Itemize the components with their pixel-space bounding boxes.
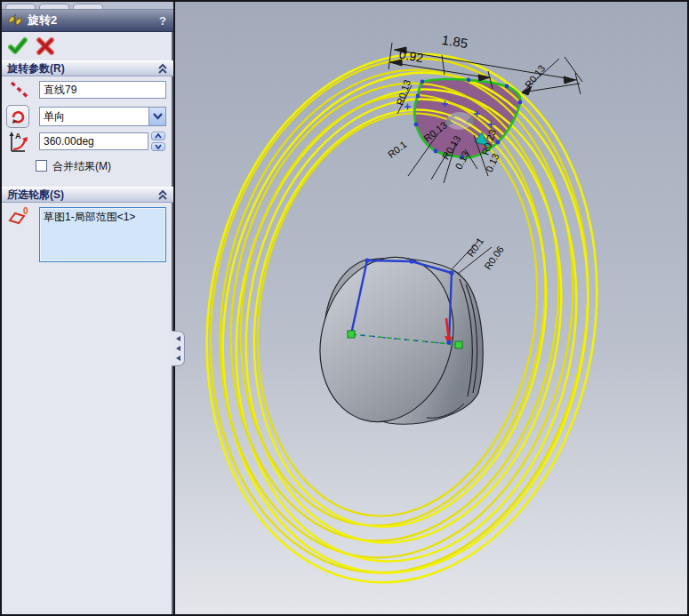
selected-contour-icon: 0 bbox=[6, 206, 33, 228]
collapse-left-icon bbox=[175, 355, 181, 362]
collapse-left-icon bbox=[175, 335, 181, 342]
solidworks-window: 旋转2 ? 旋转参数(R) bbox=[0, 0, 689, 616]
contour-selection-list[interactable]: 草图1-局部范围<1> bbox=[39, 207, 166, 262]
panel-collapse-handle[interactable] bbox=[172, 331, 185, 366]
section-header-selected-contours[interactable]: 所选轮廓(S) bbox=[2, 187, 173, 203]
direction-dropdown[interactable]: 单向 bbox=[39, 107, 166, 126]
collapse-chevron-icon[interactable] bbox=[157, 188, 168, 201]
axis-selection-field[interactable] bbox=[39, 81, 166, 99]
angle-spin-down-button[interactable] bbox=[151, 142, 165, 151]
panel-title: 旋转2 bbox=[28, 12, 159, 28]
revolve-angle-icon: A bbox=[7, 131, 32, 154]
dropdown-arrow-button[interactable] bbox=[148, 108, 165, 125]
graphics-viewport[interactable]: 1.850.92R0.13R0.13R0.1R0.13R0.130.13R0.2… bbox=[175, 2, 687, 614]
revolve-axis-icon bbox=[9, 80, 32, 101]
panel-tab-strip bbox=[2, 2, 173, 9]
svg-text:0: 0 bbox=[23, 206, 28, 216]
direction-value: 单向 bbox=[40, 109, 148, 124]
merge-result-label: 合并结果(M) bbox=[52, 159, 111, 174]
section-header-revolve-params[interactable]: 旋转参数(R) bbox=[2, 60, 173, 76]
svg-text:A: A bbox=[15, 132, 21, 140]
collapse-left-icon bbox=[175, 345, 181, 352]
revolve-feature-icon bbox=[7, 13, 23, 28]
cancel-button[interactable] bbox=[36, 37, 54, 55]
angle-value-field[interactable] bbox=[39, 132, 148, 150]
spin-up-icon bbox=[155, 133, 162, 139]
section-label: 所选轮廓(S) bbox=[7, 188, 64, 203]
contour-list-item[interactable]: 草图1-局部范围<1> bbox=[44, 210, 162, 225]
section-label: 旋转参数(R) bbox=[7, 61, 65, 76]
circular-arrow-icon bbox=[10, 108, 26, 124]
merge-result-checkbox[interactable] bbox=[36, 160, 47, 172]
3d-scene bbox=[175, 2, 687, 614]
revolve-direction-icon[interactable] bbox=[6, 105, 29, 128]
part-cylinder[interactable] bbox=[301, 242, 483, 438]
spin-down-icon bbox=[155, 144, 162, 149]
ok-button[interactable] bbox=[8, 36, 28, 56]
app-area: 旋转2 ? 旋转参数(R) bbox=[2, 2, 687, 614]
angle-spin-up-button[interactable] bbox=[151, 132, 165, 140]
collapse-chevron-icon[interactable] bbox=[157, 62, 168, 75]
chevron-down-icon bbox=[153, 113, 163, 120]
help-button[interactable]: ? bbox=[159, 14, 166, 28]
property-manager-panel: 旋转2 ? 旋转参数(R) bbox=[2, 2, 173, 614]
property-manager-titlebar: 旋转2 ? bbox=[2, 9, 173, 32]
confirm-button-row bbox=[2, 34, 173, 59]
